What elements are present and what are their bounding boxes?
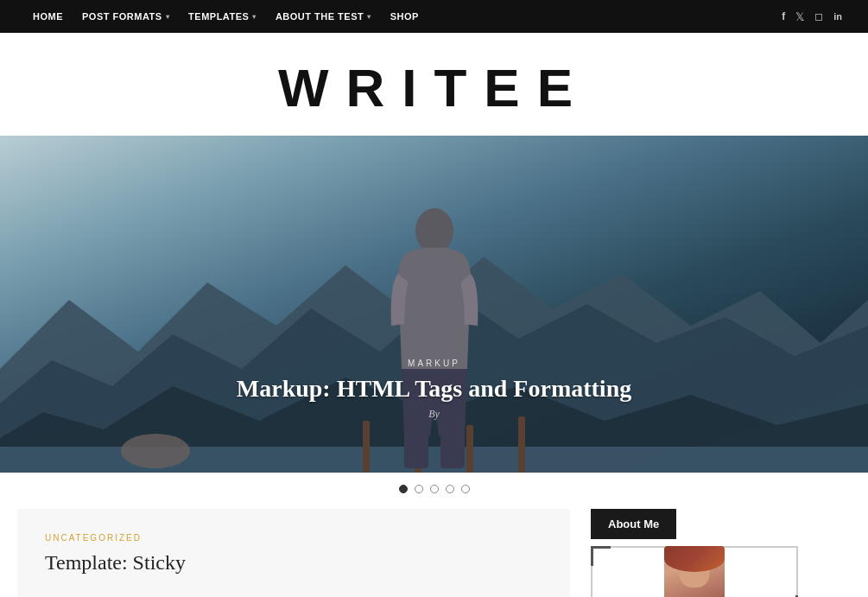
svg-rect-4 — [363, 421, 370, 473]
hero-slider: MARKUP Markup: HTML Tags and Formatting … — [0, 136, 868, 473]
linkedin-icon[interactable]: in — [833, 11, 842, 22]
twitter-icon[interactable]: 𝕏 — [795, 10, 804, 23]
slider-dot-5[interactable] — [461, 485, 470, 493]
templates-chevron-icon: ▾ — [252, 13, 257, 21]
hero-person-silhouette — [374, 196, 495, 473]
site-title[interactable]: WRITEE — [0, 57, 868, 118]
slider-dot-1[interactable] — [399, 485, 408, 493]
sidebar: About Me — [570, 509, 838, 597]
svg-rect-7 — [518, 416, 525, 473]
hero-overlay: MARKUP Markup: HTML Tags and Formatting … — [237, 359, 631, 421]
nav-item-templates[interactable]: TEMPLATES ▾ — [181, 8, 263, 25]
main-nav: HOME POST FORMATS ▾ TEMPLATES ▾ ABOUT TH… — [0, 0, 868, 33]
hero-title[interactable]: Markup: HTML Tags and Formatting — [237, 375, 631, 403]
about-me-card: About Me — [591, 509, 838, 597]
svg-point-8 — [121, 434, 190, 468]
slider-dot-3[interactable] — [430, 485, 439, 493]
bottom-section: UNCATEGORIZED Template: Sticky About Me — [0, 509, 868, 597]
article-card: UNCATEGORIZED Template: Sticky — [17, 509, 570, 597]
hero-category: MARKUP — [237, 359, 631, 368]
svg-rect-10 — [404, 434, 428, 468]
nav-item-about[interactable]: ABOUT THE TEST ▾ — [269, 8, 378, 25]
about-chevron-icon: ▾ — [367, 13, 371, 21]
hero-by: By — [237, 408, 631, 421]
svg-rect-11 — [440, 434, 465, 468]
nav-social: f 𝕏 ◻ in — [782, 10, 842, 23]
hero-image: MARKUP Markup: HTML Tags and Formatting … — [0, 136, 868, 473]
nav-item-post-formats[interactable]: POST FORMATS ▾ — [75, 8, 176, 25]
nav-links: HOME POST FORMATS ▾ TEMPLATES ▾ ABOUT TH… — [26, 8, 426, 25]
facebook-icon[interactable]: f — [782, 10, 785, 22]
article-category[interactable]: UNCATEGORIZED — [45, 533, 542, 543]
slider-dots — [0, 473, 868, 509]
avatar — [664, 546, 725, 597]
svg-point-9 — [415, 208, 453, 253]
instagram-icon[interactable]: ◻ — [814, 10, 823, 23]
site-header: WRITEE — [0, 33, 868, 136]
article-title[interactable]: Template: Sticky — [45, 551, 542, 575]
post-formats-chevron-icon: ▾ — [166, 13, 170, 21]
nav-item-shop[interactable]: SHOP — [383, 8, 426, 25]
about-me-button[interactable]: About Me — [591, 509, 676, 539]
slider-dot-4[interactable] — [446, 485, 454, 493]
slider-dot-2[interactable] — [415, 485, 423, 493]
nav-item-home[interactable]: HOME — [26, 8, 70, 25]
about-me-frame — [591, 546, 798, 597]
